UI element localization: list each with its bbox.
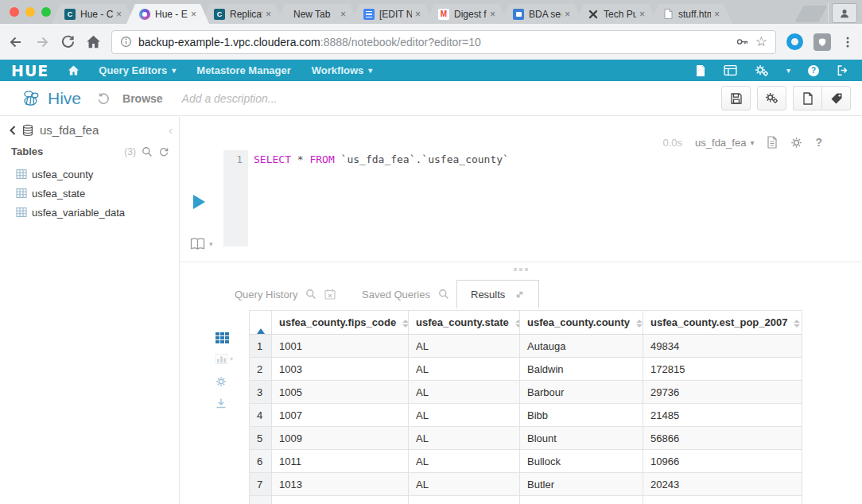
close-tab-icon[interactable]: × [266,10,271,19]
session-doc-icon[interactable] [767,136,778,149]
back-chevron-icon[interactable] [8,125,17,136]
settings-gears-icon[interactable] [755,64,769,77]
editor-help-icon[interactable]: ? [815,136,822,149]
page-info-icon[interactable] [120,36,132,48]
results-settings-icon[interactable] [216,376,227,387]
close-tab-icon[interactable]: × [116,10,122,19]
refresh-icon[interactable] [158,146,169,157]
column-header[interactable]: usfea_county.state [409,311,520,335]
table-row[interactable]: 81015ALCalhoun112903 [250,496,802,504]
table-row[interactable]: 71013ALButler20243 [250,473,802,496]
forward-button[interactable] [34,34,50,50]
close-tab-icon[interactable]: × [639,10,645,19]
hue-logo[interactable]: HUE [11,62,49,79]
tag-button[interactable] [821,86,851,110]
table-row[interactable]: 51009ALBlount56866 [250,427,802,450]
expand-icon[interactable] [514,289,525,300]
database-selector[interactable]: us_fda_fea▾ [695,137,754,149]
sign-out-icon[interactable] [837,64,849,76]
browser-tab[interactable]: Tech Pub× [575,4,658,24]
browser-menu-icon[interactable] [841,36,854,48]
save-button[interactable] [721,86,751,110]
table-row[interactable]: 61011ALBullock10966 [250,450,802,473]
browser-tab[interactable]: New Tab× [276,4,359,24]
new-document-button[interactable] [793,86,821,110]
description-placeholder[interactable]: Add a description... [182,92,278,105]
calendar-clear-icon[interactable] [324,289,336,300]
table-row[interactable]: 11001ALAutauga49834 [250,335,802,358]
browse-button[interactable]: Browse [122,92,163,105]
sort-carets-icon[interactable] [402,320,408,328]
zoom-window-icon[interactable] [41,7,51,17]
sql-statement[interactable]: SELECT * FROM `us_fda_fea`.`usfea_county… [254,153,509,165]
close-tab-icon[interactable]: × [340,10,346,19]
sidebar-table-item[interactable]: usfea_variable_data [16,203,173,222]
sidebar-table-item[interactable]: usfea_county [16,165,173,184]
help-icon[interactable]: ? [808,65,819,76]
data-cell: 56866 [643,427,802,450]
database-name[interactable]: us_fda_fea [40,123,99,137]
sidebar-table-item[interactable]: usfea_state [16,184,173,203]
nav-item-metastore-manager[interactable]: Metastore Manager [196,64,290,76]
close-tab-icon[interactable]: × [565,10,570,19]
sort-carets-icon[interactable] [636,320,643,328]
execute-query-button[interactable] [193,195,205,209]
table-row[interactable]: 41007ALBibb21485 [250,404,802,427]
minimize-window-icon[interactable] [25,7,35,17]
settings-gear-icon[interactable] [790,137,802,149]
extension-ring-icon[interactable] [786,33,803,50]
browser-tab[interactable]: BDA sec× [500,4,583,24]
search-icon[interactable] [142,146,153,157]
browser-tab[interactable]: Hue - Ed× [126,4,209,24]
splitter-handle[interactable] [514,268,528,271]
download-icon[interactable] [216,397,227,409]
cloudera-favicon: C [214,9,225,20]
query-builder-button[interactable]: ▾ [189,238,213,250]
browser-tab[interactable]: [EDIT NC× [351,4,433,24]
grid-view-icon[interactable] [216,332,229,343]
page-favicon [662,9,674,20]
search-icon[interactable] [438,289,449,300]
tab-results[interactable]: Results [456,280,539,308]
browser-tab[interactable]: stuff.htm× [650,4,732,24]
column-header[interactable]: usfea_county.fips_code [272,311,409,335]
sort-carets-icon[interactable] [515,320,520,328]
column-header[interactable]: usfea_county.est_pop_2007 [643,311,802,335]
sort-carets-icon[interactable] [794,320,800,328]
back-button[interactable] [8,34,24,50]
tables-icon[interactable] [724,64,737,76]
password-key-icon[interactable] [736,35,749,48]
tab-query-history[interactable]: Query History [235,280,336,308]
close-tab-icon[interactable]: × [191,10,196,19]
close-tab-icon[interactable]: × [714,10,720,19]
nav-item-workflows[interactable]: Workflows▾ [312,64,373,76]
collapse-panel-icon[interactable]: ‹ [169,123,173,137]
close-tab-icon[interactable]: × [490,10,495,19]
reload-button[interactable] [60,34,76,49]
browser-tab[interactable]: CReplicati× [201,4,284,24]
home-icon[interactable] [68,64,80,76]
chart-view-icon[interactable]: ▾ [216,354,233,364]
address-bar[interactable]: backup-example-1.vpc.cloudera.com:8888/n… [111,30,776,54]
chevron-down-icon[interactable]: ▾ [786,66,790,75]
row-index-sort-header[interactable] [250,311,272,335]
column-header[interactable]: usfea_county.county [520,311,643,335]
search-icon[interactable] [305,289,316,300]
close-tab-icon[interactable]: × [415,10,421,19]
settings-button[interactable] [757,86,786,110]
table-row[interactable]: 31005ALBarbour29736 [250,381,802,404]
tab-saved-queries[interactable]: Saved Queries [362,280,449,308]
table-name: usfea_state [32,188,85,200]
query-history-icon[interactable] [97,92,110,105]
browser-tab[interactable]: MDigest fo× [425,4,508,24]
bookmark-star-icon[interactable]: ☆ [755,35,767,48]
browser-tab[interactable]: CHue - Cl× [52,4,134,24]
close-window-icon[interactable] [10,7,19,17]
home-button[interactable] [86,34,101,49]
nav-item-query-editors[interactable]: Query Editors▾ [99,64,176,76]
profile-button[interactable] [832,3,857,23]
table-row[interactable]: 21003ALBaldwin172815 [250,358,802,381]
extension-shield-icon[interactable] [813,33,831,51]
new-tab-button[interactable] [794,6,827,22]
documents-icon[interactable] [695,64,706,77]
